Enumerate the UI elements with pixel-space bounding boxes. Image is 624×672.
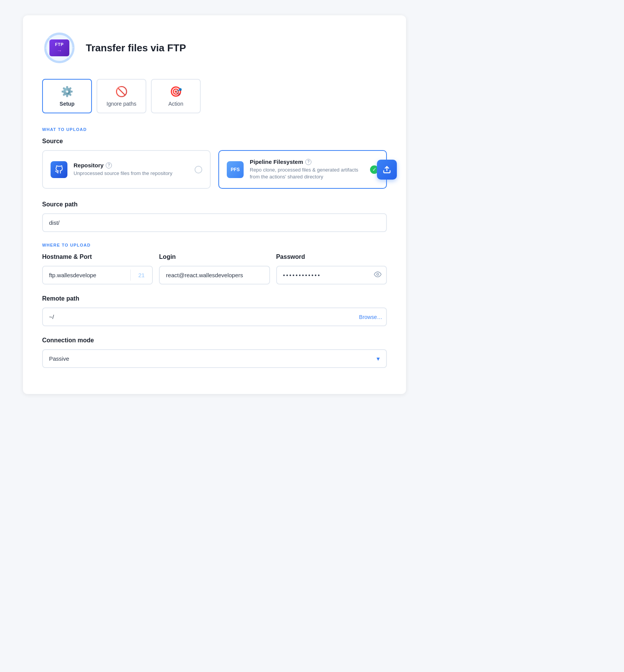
remote-path-group: Remote path Browse… (42, 295, 387, 326)
port-input[interactable] (131, 267, 152, 284)
connection-mode-wrap: Passive Active ▼ (42, 349, 387, 368)
page-title: Transfer files via FTP (86, 42, 186, 54)
action-tab-label: Action (169, 101, 183, 107)
svg-point-2 (377, 273, 378, 275)
password-wrap (276, 266, 387, 284)
browse-button[interactable]: Browse… (359, 314, 382, 320)
hostname-label: Hostname & Port (42, 253, 153, 260)
connection-mode-group: Connection mode Passive Active ▼ (42, 337, 387, 368)
where-to-upload-label: WHERE TO UPLOAD (42, 243, 387, 247)
hostname-port-wrap (42, 266, 153, 284)
pipeline-filesystem-desc: Repo clone, processed files & generated … (250, 167, 364, 180)
remote-path-label: Remote path (42, 295, 387, 302)
ftp-arrow-icon: → (57, 47, 62, 54)
hostname-group: Hostname & Port (42, 253, 153, 284)
upload-fab-button[interactable] (377, 160, 397, 180)
setup-tab-label: Setup (60, 101, 75, 107)
source-cards-wrapper: Repository ? Unprocessed source files fr… (42, 150, 387, 189)
tab-bar: ⚙️ Setup 🚫 Ignore paths 🎯 Action (42, 79, 387, 113)
pipeline-filesystem-help-icon[interactable]: ? (305, 159, 311, 165)
repository-info: Repository ? Unprocessed source files fr… (74, 162, 188, 177)
password-label: Password (276, 253, 387, 260)
pipeline-filesystem-info: Pipeline Filesystem ? Repo clone, proces… (250, 159, 364, 180)
repository-help-icon[interactable]: ? (106, 162, 112, 168)
source-cards: Repository ? Unprocessed source files fr… (42, 150, 387, 189)
repository-icon (51, 161, 67, 178)
remote-path-input[interactable] (42, 307, 387, 326)
ignore-paths-tab-label: Ignore paths (106, 101, 136, 107)
password-toggle-icon[interactable] (374, 270, 382, 280)
source-path-label: Source path (42, 201, 387, 208)
pipeline-filesystem-icon: PFS (227, 161, 244, 178)
tab-action[interactable]: 🎯 Action (151, 79, 201, 113)
repository-desc: Unprocessed source files from the reposi… (74, 170, 188, 177)
action-tab-icon: 🎯 (170, 86, 182, 98)
connection-mode-select[interactable]: Passive Active (42, 349, 387, 368)
login-input[interactable] (159, 266, 270, 284)
connection-mode-label: Connection mode (42, 337, 387, 344)
password-input[interactable] (276, 266, 387, 284)
source-card-pipeline-filesystem[interactable]: PFS Pipeline Filesystem ? Repo clone, pr… (218, 150, 387, 189)
upload-credentials-row: Hostname & Port Login Password (42, 253, 387, 284)
setup-tab-icon: ⚙️ (61, 86, 73, 98)
what-to-upload-label: WHAT TO UPLOAD (42, 127, 387, 132)
app-icon: FTP → (42, 31, 77, 65)
source-card-repository[interactable]: Repository ? Unprocessed source files fr… (42, 150, 211, 189)
tab-ignore-paths[interactable]: 🚫 Ignore paths (97, 79, 146, 113)
tab-setup[interactable]: ⚙️ Setup (42, 79, 92, 113)
password-group: Password (276, 253, 387, 284)
ignore-paths-tab-icon: 🚫 (115, 86, 128, 98)
source-path-group: Source path (42, 201, 387, 232)
remote-path-wrap: Browse… (42, 307, 387, 326)
ftp-badge-label: FTP (55, 42, 64, 47)
source-label: Source (42, 138, 387, 145)
login-group: Login (159, 253, 270, 284)
page-header: FTP → Transfer files via FTP (42, 31, 387, 65)
hostname-input[interactable] (43, 267, 130, 284)
pipeline-filesystem-name: Pipeline Filesystem ? (250, 159, 364, 165)
repository-radio[interactable] (195, 166, 202, 173)
source-path-input[interactable] (42, 213, 387, 232)
repository-name: Repository ? (74, 162, 188, 168)
login-label: Login (159, 253, 270, 260)
